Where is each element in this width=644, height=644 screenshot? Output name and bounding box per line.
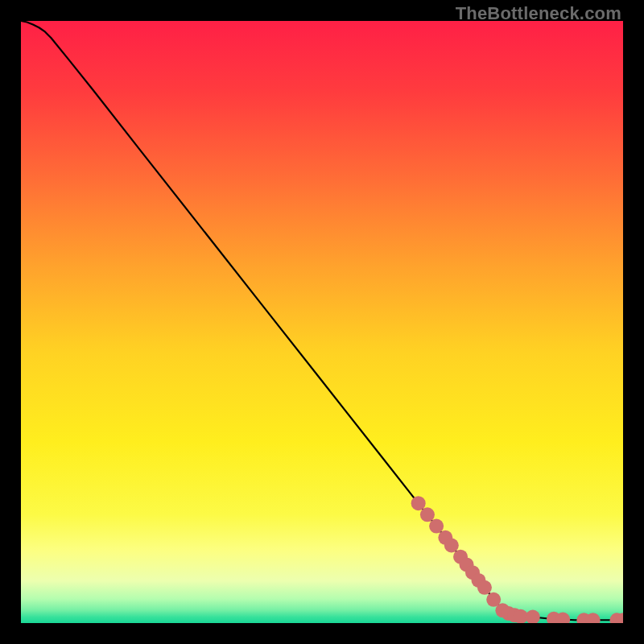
data-marker <box>429 519 444 534</box>
data-marker <box>477 580 492 595</box>
chart-plot <box>21 21 623 623</box>
data-marker <box>444 539 459 553</box>
data-marker <box>420 507 435 522</box>
watermark-text: TheBottleneck.com <box>456 3 621 24</box>
plot-background <box>21 21 623 623</box>
chart-frame: TheBottleneck.com <box>0 0 644 644</box>
data-marker <box>411 496 426 510</box>
